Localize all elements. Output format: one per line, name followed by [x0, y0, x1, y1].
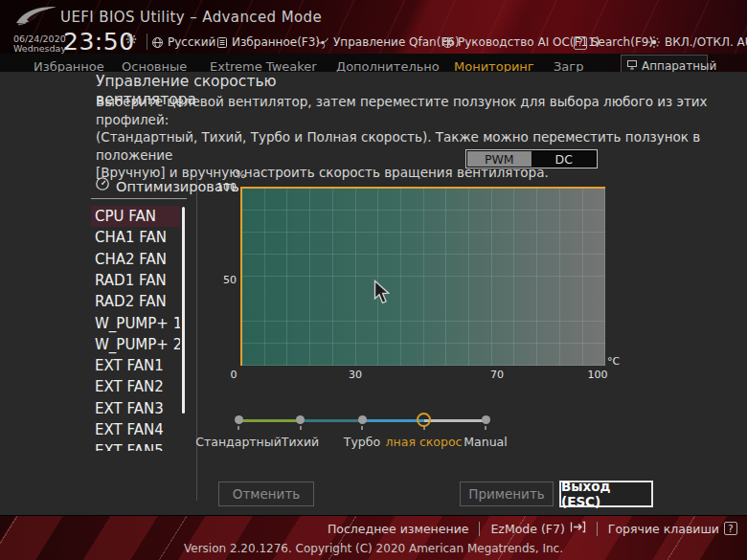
menu-item-label: Управление Qfan(F6): [333, 35, 460, 49]
slider-stop-tick: [300, 426, 302, 430]
ezmode-exit-icon: [570, 521, 586, 536]
fan-list-item[interactable]: EXT FAN5: [91, 440, 180, 451]
app-title: UEFI BIOS Utility – Advanced Mode: [60, 9, 322, 26]
hotkeys-label: Горячие клавиши: [608, 522, 719, 536]
slider-track-segment: [424, 419, 487, 422]
ezmode-label: EzMode (F7): [490, 522, 564, 536]
slider-stop-dot[interactable]: [296, 415, 305, 424]
fan-list-item[interactable]: W_PUMP+ 2: [91, 334, 180, 355]
version-text: Version 2.20.1276. Copyright (C) 2020 Am…: [0, 542, 747, 555]
x-tick-30: 30: [347, 369, 364, 381]
footer-separator: [479, 522, 480, 536]
monitor-icon: [626, 59, 638, 73]
dialog-title: Управление скоростью вентилятора: [96, 73, 277, 109]
question-icon: ?: [724, 522, 737, 535]
slider-stop-dot[interactable]: [235, 415, 243, 424]
menu-item-4[interactable]: ?Search(F9): [574, 35, 653, 50]
fan-list-item[interactable]: RAD2 FAN: [91, 291, 180, 312]
cancel-button[interactable]: Отменить: [218, 482, 314, 506]
hardware-monitor-label: Аппаратный: [642, 59, 716, 73]
slider-track-segment: [362, 419, 424, 422]
aura-icon: [647, 35, 661, 49]
weekday-value: Wednesday: [13, 44, 66, 54]
ezmode-button[interactable]: EzMode (F7): [490, 521, 585, 536]
ai-oc-icon: [441, 36, 454, 49]
fan-list-separator: [91, 198, 187, 199]
slider-stop-dot[interactable]: [482, 415, 490, 424]
slider-track-segment: [301, 419, 363, 422]
slider-stop-tick: [238, 426, 239, 430]
last-modified-button[interactable]: Последнее изменение: [328, 522, 469, 536]
rog-logo-icon: [13, 4, 57, 29]
menu-item-1[interactable]: Избранное(F3): [216, 35, 320, 49]
header-bar: UEFI BIOS Utility – Advanced Mode 06/24/…: [0, 0, 747, 54]
fan-list-item[interactable]: W_PUMP+ 1: [91, 313, 180, 334]
date-display: 06/24/2020 Wednesday: [13, 34, 66, 54]
question-icon: ?: [574, 35, 587, 50]
menu-item-label: Русский: [168, 35, 215, 49]
slider-stop-tick: [361, 426, 363, 430]
fan-list-item[interactable]: RAD1 FAN: [91, 270, 180, 291]
header-separator: [147, 34, 147, 50]
footer-actions: Последнее изменение EzMode (F7) Горячие …: [328, 521, 737, 536]
x-tick-100: 100: [585, 369, 610, 381]
profile-label: Manual: [438, 435, 533, 449]
apply-button[interactable]: Применить: [460, 482, 554, 506]
fan-curve-plot[interactable]: [240, 187, 605, 366]
slider-handle-selected[interactable]: [417, 413, 431, 427]
fan-list-item[interactable]: EXT FAN1: [91, 355, 180, 376]
fan-list-item[interactable]: CHA2 FAN: [91, 249, 180, 270]
footer-bar: Последнее изменение EzMode (F7) Горячие …: [0, 515, 747, 560]
fan-list-item[interactable]: CPU FAN: [91, 206, 180, 227]
globe-icon: [151, 36, 164, 49]
slider-stop-dot[interactable]: [358, 415, 367, 424]
time-settings-gear-icon[interactable]: [125, 31, 137, 49]
fan-list-item[interactable]: CHA1 FAN: [91, 227, 180, 248]
bios-screen: UEFI BIOS Utility – Advanced Mode 06/24/…: [0, 0, 747, 560]
fan-list-scrollbar[interactable]: [182, 207, 185, 414]
y-tick-50: 50: [214, 274, 237, 286]
menu-item-2[interactable]: Управление Qfan(F6): [316, 35, 460, 49]
menu-item-5[interactable]: ВКЛ./ОТКЛ. AURA(: [647, 35, 747, 49]
x-tick-0: 0: [226, 369, 241, 381]
fan-list-item[interactable]: EXT FAN4: [91, 419, 180, 440]
mouse-cursor: [374, 280, 392, 305]
fan-list-item[interactable]: EXT FAN2: [91, 376, 180, 397]
menu-item-0[interactable]: Русский: [151, 35, 215, 49]
time-display: 23:50: [63, 28, 135, 56]
hotkeys-button[interactable]: Горячие клавиши ?: [608, 522, 737, 536]
exit-button[interactable]: Выход (ESC): [559, 481, 653, 507]
footer-separator: [597, 522, 598, 536]
menu-item-label: Search(F9): [591, 35, 653, 49]
favorites-icon: [216, 36, 228, 49]
menu-item-label: Избранное(F3): [232, 35, 320, 49]
qfan-control-dialog: Управление скоростью вентилятора Выберит…: [0, 72, 747, 515]
fan-list: CPU FANCHA1 FANCHA2 FANRAD1 FANRAD2 FANW…: [91, 206, 180, 451]
qfan-icon: [316, 36, 329, 49]
slider-stop-tick: [485, 426, 487, 430]
fan-list-item[interactable]: EXT FAN3: [91, 398, 180, 419]
menu-item-label: ВКЛ./ОТКЛ. AURA(: [665, 35, 747, 49]
x-axis-unit: °C: [607, 355, 620, 368]
x-tick-70: 70: [488, 369, 506, 381]
slider-track-segment: [238, 419, 301, 422]
panel-divider: [196, 175, 197, 501]
